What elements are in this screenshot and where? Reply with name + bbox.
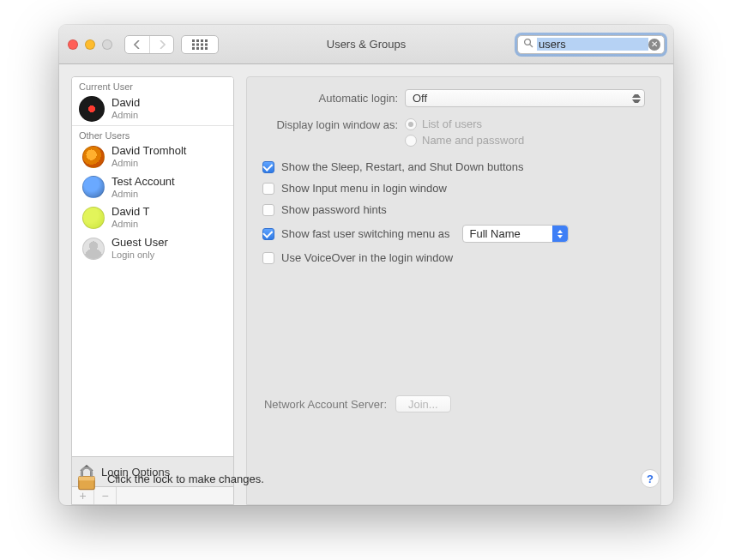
user-row[interactable]: David Tromholt Admin bbox=[72, 142, 233, 172]
avatar bbox=[82, 146, 105, 168]
svg-rect-10 bbox=[201, 47, 203, 50]
nav-segment bbox=[124, 35, 174, 54]
checkbox-icon bbox=[262, 228, 274, 240]
avatar bbox=[82, 176, 105, 198]
radio-icon bbox=[405, 118, 417, 130]
checkbox-fast-user-switching[interactable]: Show fast user switching menu as Full Na… bbox=[262, 225, 645, 243]
stepper-icon bbox=[552, 226, 568, 242]
preferences-window: Users & Groups users ✕ Current User Davi… bbox=[59, 25, 673, 505]
join-button[interactable]: Join... bbox=[395, 395, 451, 412]
svg-rect-7 bbox=[205, 43, 208, 45]
network-account-label: Network Account Server: bbox=[251, 398, 387, 411]
svg-rect-6 bbox=[201, 43, 203, 45]
zoom-window-button bbox=[102, 39, 112, 50]
checkbox-icon bbox=[262, 161, 274, 173]
radio-list-of-users[interactable]: List of users bbox=[405, 117, 524, 130]
avatar bbox=[82, 238, 105, 260]
checkbox-icon bbox=[262, 204, 274, 216]
checkbox-icon bbox=[262, 252, 274, 264]
minimize-window-button[interactable] bbox=[85, 39, 95, 50]
checkbox-password-hints[interactable]: Show password hints bbox=[262, 203, 645, 216]
user-row[interactable]: Test Account Admin bbox=[72, 172, 233, 203]
svg-rect-2 bbox=[201, 39, 203, 42]
svg-rect-1 bbox=[196, 39, 199, 42]
avatar bbox=[79, 96, 105, 122]
window-controls bbox=[68, 39, 112, 50]
search-icon bbox=[523, 38, 533, 51]
other-users-heading: Other Users bbox=[72, 126, 233, 142]
user-name: Guest User bbox=[111, 237, 168, 250]
svg-rect-11 bbox=[205, 47, 208, 50]
user-role: Admin bbox=[111, 219, 150, 230]
svg-point-12 bbox=[525, 39, 531, 45]
user-role: Admin bbox=[111, 158, 186, 169]
user-row[interactable]: David T Admin bbox=[72, 202, 233, 233]
svg-rect-9 bbox=[196, 47, 199, 50]
checkbox-sleep-restart-shutdown[interactable]: Show the Sleep, Restart, and Shut Down b… bbox=[262, 160, 645, 173]
display-login-as-label: Display login window as: bbox=[262, 117, 398, 131]
footer: Click the lock to make changes. ? bbox=[75, 466, 660, 491]
lock-icon[interactable] bbox=[75, 466, 99, 491]
close-window-button[interactable] bbox=[68, 39, 78, 50]
automatic-login-popup[interactable]: Off bbox=[405, 89, 645, 107]
user-role: Admin bbox=[111, 189, 175, 200]
clear-search-button[interactable]: ✕ bbox=[648, 39, 660, 51]
current-user-row[interactable]: David Admin bbox=[72, 93, 233, 125]
users-sidebar: Current User David Admin Other Users Dav… bbox=[71, 76, 234, 505]
user-name: David bbox=[111, 97, 140, 110]
automatic-login-label: Automatic login: bbox=[262, 92, 398, 105]
current-user-heading: Current User bbox=[72, 77, 233, 93]
search-input[interactable]: users bbox=[537, 38, 648, 51]
svg-rect-15 bbox=[79, 477, 94, 481]
forward-button[interactable] bbox=[149, 36, 173, 53]
user-role: Admin bbox=[111, 110, 140, 121]
user-name: Test Account bbox=[111, 176, 175, 189]
svg-rect-0 bbox=[192, 39, 195, 42]
radio-name-and-password[interactable]: Name and password bbox=[405, 134, 524, 147]
svg-line-13 bbox=[530, 45, 533, 47]
radio-icon bbox=[405, 135, 417, 147]
lock-hint: Click the lock to make changes. bbox=[107, 473, 264, 485]
user-row[interactable]: Guest User Login only bbox=[72, 233, 233, 264]
fast-user-switching-popup[interactable]: Full Name bbox=[462, 225, 569, 243]
network-account-row: Network Account Server: Join... bbox=[251, 395, 451, 412]
avatar bbox=[82, 207, 105, 229]
user-role: Login only bbox=[111, 250, 168, 261]
search-field[interactable]: users ✕ bbox=[517, 35, 665, 54]
svg-rect-3 bbox=[205, 39, 208, 42]
svg-rect-5 bbox=[196, 43, 199, 45]
user-name: David T bbox=[111, 206, 150, 219]
stepper-icon bbox=[632, 93, 641, 105]
svg-rect-8 bbox=[192, 47, 195, 50]
svg-rect-4 bbox=[192, 43, 195, 45]
checkbox-icon bbox=[262, 183, 274, 195]
checkbox-input-menu[interactable]: Show Input menu in login window bbox=[262, 182, 645, 195]
checkbox-voiceover[interactable]: Use VoiceOver in the login window bbox=[262, 251, 645, 264]
back-button[interactable] bbox=[125, 36, 149, 53]
content-area: Current User David Admin Other Users Dav… bbox=[59, 64, 673, 505]
login-options-panel: Automatic login: Off Display login windo… bbox=[246, 76, 661, 505]
toolbar: Users & Groups users ✕ bbox=[59, 25, 673, 64]
help-button[interactable]: ? bbox=[641, 469, 660, 488]
show-all-button[interactable] bbox=[181, 35, 219, 54]
user-name: David Tromholt bbox=[111, 145, 186, 158]
